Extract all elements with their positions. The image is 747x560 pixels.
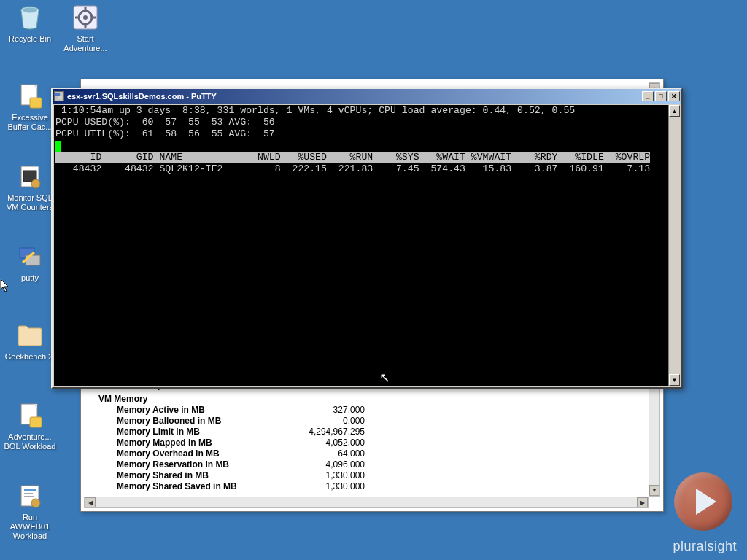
scroll-right-icon[interactable]: ▶ — [637, 497, 648, 508]
desktop-icon-label: Excessive Buffer Cac... — [3, 113, 57, 132]
terminal-cursor — [55, 141, 61, 152]
putty-app-icon — [54, 91, 64, 101]
svg-rect-27 — [58, 96, 62, 99]
terminal-header-row: ID GID NAME NWLD %USED %RUN %SYS %WAIT %… — [55, 152, 650, 163]
batch-file-icon — [15, 481, 44, 510]
close-button[interactable]: ✕ — [668, 91, 680, 101]
putty-icon — [15, 242, 44, 271]
play-button[interactable] — [674, 472, 732, 531]
metric-value: 4,052.000 — [299, 438, 365, 448]
desktop-icon-adventure-bol[interactable]: Adventure... BOL Workload — [3, 401, 57, 451]
desktop-icon-start-adventure[interactable]: Start Adventure... — [58, 3, 112, 53]
metric-name: Memory Active in MB — [98, 405, 299, 416]
metric-value: 64.000 — [299, 448, 365, 459]
desktop-icon-label: Recycle Bin — [9, 34, 51, 44]
play-icon — [696, 489, 716, 515]
desktop-icon-label: putty — [21, 273, 39, 283]
batch-file-icon — [15, 162, 44, 191]
svg-rect-22 — [24, 489, 36, 491]
desktop-icon-label: Run AWWEB01 Workload — [3, 513, 57, 541]
terminal-data-row: 48432 48432 SQL2K12-IE2 8 222.15 221.83 … — [55, 163, 650, 174]
metric-name: Memory Overhead in MB — [98, 448, 299, 459]
scroll-left-icon[interactable]: ◀ — [85, 497, 96, 508]
sql-file-icon — [15, 82, 44, 111]
desktop-icon-label: Adventure... BOL Workload — [3, 432, 57, 451]
recycle-bin-icon — [15, 3, 44, 32]
svg-rect-23 — [24, 493, 33, 494]
putty-titlebar[interactable]: esx-svr1.SQLskillsDemos.com - PuTTY _ □ … — [53, 89, 681, 104]
metric-name: Memory Limit in MB — [98, 427, 299, 438]
svg-rect-24 — [24, 496, 34, 497]
scroll-down-icon[interactable]: ▼ — [649, 485, 659, 496]
terminal-line: PCPU USED(%): 60 57 55 53 AVG: 56 — [55, 117, 275, 128]
metric-value: 1,330.000 — [299, 470, 365, 481]
svg-rect-20 — [30, 417, 42, 427]
metric-value: 0.000 — [299, 416, 365, 427]
sql-file-icon — [15, 401, 44, 430]
desktop-icon-label: Geekbench 2. — [5, 352, 55, 362]
metric-value: 4,294,967,295 — [299, 427, 365, 438]
svg-point-4 — [83, 15, 88, 20]
brand-label: pluralsight — [673, 539, 737, 554]
putty-window[interactable]: esx-svr1.SQLskillsDemos.com - PuTTY _ □ … — [51, 88, 683, 389]
metric-name: Memory Mapped in MB — [98, 438, 299, 448]
terminal-output[interactable]: 1:10:54am up 3 days 8:38, 331 worlds, 1 … — [54, 105, 668, 386]
metric-name: Memory Reservation in MB — [98, 459, 299, 470]
desktop-icon-putty[interactable]: putty — [3, 242, 57, 283]
svg-point-25 — [31, 499, 40, 508]
metrics-section: VM Memory — [98, 394, 646, 404]
maximize-button[interactable]: □ — [655, 91, 667, 101]
folder-icon — [15, 321, 44, 350]
metric-name: Memory Ballooned in MB — [98, 416, 299, 427]
terminal-line: 1:10:54am up 3 days 8:38, 331 worlds, 1 … — [55, 105, 575, 116]
desktop-icon-monitor-sql[interactable]: Monitor SQL VM Counters — [3, 162, 57, 212]
desktop-icon-recycle-bin[interactable]: Recycle Bin — [3, 3, 57, 44]
desktop-icon-geekbench[interactable]: Geekbench 2. — [3, 321, 57, 362]
svg-point-14 — [31, 179, 40, 188]
scroll-down-icon[interactable]: ▼ — [669, 374, 680, 386]
svg-rect-11 — [30, 98, 42, 108]
metrics-list: Batch Requests/sec325.348 VM Memory Memo… — [98, 380, 646, 492]
terminal-line: PCPU UTIL(%): 61 58 56 55 AVG: 57 — [55, 128, 275, 139]
desktop-icon-run-awweb[interactable]: Run AWWEB01 Workload — [3, 481, 57, 541]
horizontal-scrollbar[interactable]: ◀ ▶ — [84, 497, 649, 508]
scroll-up-icon[interactable]: ▲ — [669, 105, 680, 117]
minimize-button[interactable]: _ — [642, 91, 654, 101]
metric-name: Memory Shared Saved in MB — [98, 481, 299, 492]
metric-value: 1,330.000 — [299, 481, 365, 492]
svg-point-1 — [23, 8, 37, 13]
desktop-icon-label: Start Adventure... — [58, 34, 112, 53]
desktop-icon-label: Monitor SQL VM Counters — [3, 193, 57, 212]
window-title: esx-svr1.SQLskillsDemos.com - PuTTY — [67, 92, 642, 101]
metric-name: Memory Shared in MB — [98, 470, 299, 481]
desktop-icon-excessive-buffer[interactable]: Excessive Buffer Cac... — [3, 82, 57, 132]
metric-value: 327.000 — [299, 405, 365, 416]
metric-value: 4,096.000 — [299, 459, 365, 470]
gear-icon — [71, 3, 100, 32]
terminal-scrollbar[interactable]: ▲ ▼ — [668, 105, 680, 386]
